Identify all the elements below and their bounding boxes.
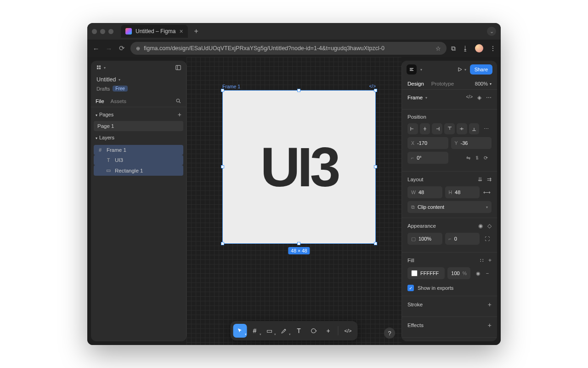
tab-prototype[interactable]: Prototype bbox=[431, 81, 454, 86]
present-button[interactable]: ▾ bbox=[457, 67, 466, 72]
traffic-min[interactable] bbox=[100, 29, 105, 34]
search-icon[interactable] bbox=[175, 98, 181, 104]
component-icon[interactable]: ◈ bbox=[477, 94, 481, 101]
frame-name-label[interactable]: Frame 1 bbox=[222, 84, 240, 89]
height-input[interactable]: H48 bbox=[445, 186, 480, 198]
y-input[interactable]: Y-36 bbox=[451, 137, 492, 149]
more-icon[interactable]: ⋯ bbox=[486, 94, 492, 101]
frame-type-selector[interactable]: Frame▾ bbox=[407, 95, 427, 100]
rotation-input[interactable]: ⌐0° bbox=[407, 152, 448, 164]
resize-handle-br[interactable] bbox=[374, 242, 377, 245]
align-bottom[interactable] bbox=[469, 123, 480, 134]
auto-layout-h-icon[interactable]: ⇉ bbox=[487, 176, 492, 183]
auto-layout-v-icon[interactable]: ⇊ bbox=[478, 176, 482, 183]
text-tool[interactable]: T bbox=[292, 324, 306, 338]
add-fill-icon[interactable]: + bbox=[488, 257, 492, 264]
resize-handle-b[interactable] bbox=[297, 242, 300, 245]
layer-rectangle[interactable]: ▭ Rectangle 1 bbox=[94, 165, 183, 176]
align-top[interactable] bbox=[444, 123, 455, 134]
url-text: figma.com/design/ESaUdUOqVTExjPRxaYSg5g/… bbox=[144, 45, 432, 52]
browser-menu-icon[interactable]: ⋮ bbox=[490, 45, 496, 52]
align-hcenter[interactable] bbox=[420, 123, 430, 134]
left-panel: ▾ Untitled ▾ Drafts Free File Assets bbox=[91, 61, 187, 341]
share-button[interactable]: Share bbox=[470, 64, 492, 75]
pen-tool[interactable]: ▾ bbox=[277, 324, 291, 338]
remove-fill-icon[interactable]: − bbox=[486, 270, 489, 276]
help-button[interactable]: ? bbox=[384, 328, 395, 339]
tab-design[interactable]: Design bbox=[407, 81, 424, 86]
comment-tool[interactable] bbox=[307, 324, 321, 338]
main-menu-button[interactable]: ▾ bbox=[96, 64, 106, 71]
show-in-exports-checkbox[interactable]: ✓ bbox=[407, 285, 414, 291]
fill-visibility-icon[interactable]: ◉ bbox=[476, 270, 481, 276]
panel-toggle-icon[interactable] bbox=[175, 64, 181, 71]
rotate-90-icon[interactable]: ⟳ bbox=[484, 155, 488, 161]
flip-v-icon[interactable]: ⥮ bbox=[475, 155, 479, 161]
nav-forward-icon[interactable]: → bbox=[105, 45, 113, 52]
resize-handle-tl[interactable] bbox=[221, 89, 224, 92]
chevron-down-icon[interactable]: ▾ bbox=[420, 68, 422, 72]
blend-icon[interactable]: ◇ bbox=[487, 223, 492, 229]
move-tool[interactable]: ▾ bbox=[233, 324, 247, 338]
resize-handle-l[interactable] bbox=[221, 165, 224, 168]
x-input[interactable]: X-170 bbox=[407, 137, 448, 149]
document-name[interactable]: Untitled ▾ bbox=[91, 75, 186, 85]
flip-h-icon[interactable]: ⇋ bbox=[466, 155, 470, 161]
frame-canvas-object[interactable]: UI3 48 × 48 bbox=[222, 90, 376, 244]
extensions-icon[interactable]: ⧉ bbox=[451, 45, 456, 52]
align-more[interactable]: ⋯ bbox=[481, 123, 492, 134]
visibility-icon[interactable]: ◉ bbox=[478, 223, 483, 229]
resize-handle-tr[interactable] bbox=[374, 89, 377, 92]
nav-back-icon[interactable]: ← bbox=[92, 45, 100, 52]
fill-styles-icon[interactable]: ∷ bbox=[480, 257, 484, 264]
layer-label: UI3 bbox=[115, 157, 123, 163]
bookmark-icon[interactable]: ☆ bbox=[435, 45, 441, 52]
constrain-icon[interactable]: ⟷ bbox=[482, 186, 492, 198]
new-tab-button[interactable]: + bbox=[192, 27, 201, 35]
add-stroke-icon[interactable]: + bbox=[488, 301, 492, 308]
zoom-control[interactable]: 800%▾ bbox=[475, 81, 492, 86]
align-left[interactable] bbox=[407, 123, 418, 134]
layers-section-label[interactable]: ▾Layers bbox=[96, 135, 114, 140]
tab-file[interactable]: File bbox=[96, 98, 104, 104]
code-icon[interactable]: </> bbox=[466, 94, 473, 101]
tab-close-icon[interactable]: × bbox=[179, 28, 183, 35]
profile-avatar[interactable] bbox=[475, 44, 483, 52]
nav-reload-icon[interactable]: ⟳ bbox=[118, 44, 126, 52]
frame-tool[interactable]: #▾ bbox=[248, 324, 262, 338]
actions-tool[interactable]: + bbox=[322, 324, 335, 338]
canvas[interactable]: Frame 1 </> UI3 48 × 48 ▾ bbox=[187, 57, 401, 345]
clip-content-select[interactable]: ⧉Clip content ▾ bbox=[407, 201, 492, 213]
traffic-close[interactable] bbox=[92, 29, 97, 34]
resize-handle-bl[interactable] bbox=[221, 242, 224, 245]
downloads-icon[interactable]: ⭳ bbox=[462, 45, 469, 52]
layer-frame[interactable]: # Frame 1 bbox=[94, 145, 183, 155]
fill-opacity-input[interactable]: 100% bbox=[447, 267, 470, 279]
dev-mode-toggle[interactable]: </> bbox=[341, 324, 355, 338]
resize-handle-t[interactable] bbox=[297, 89, 300, 92]
align-right[interactable] bbox=[432, 123, 442, 134]
traffic-max[interactable] bbox=[108, 29, 113, 34]
browser-tab[interactable]: Untitled – Figma × bbox=[121, 25, 188, 38]
resize-handle-r[interactable] bbox=[374, 165, 377, 168]
address-bar[interactable]: ⊕ figma.com/design/ESaUdUOqVTExjPRxaYSg5… bbox=[130, 42, 447, 55]
pages-section-label[interactable]: ▾Pages bbox=[96, 112, 113, 117]
layer-text[interactable]: T UI3 bbox=[94, 155, 183, 165]
app-logo[interactable] bbox=[407, 64, 417, 75]
add-page-button[interactable]: + bbox=[178, 111, 181, 118]
page-item[interactable]: Page 1 bbox=[94, 121, 183, 131]
align-vcenter[interactable] bbox=[457, 123, 467, 134]
shape-tool[interactable]: ▭▾ bbox=[263, 324, 277, 338]
tab-assets[interactable]: Assets bbox=[111, 98, 127, 104]
add-effect-icon[interactable]: + bbox=[488, 322, 492, 329]
text-icon: T bbox=[106, 157, 111, 163]
selected-frame[interactable]: Frame 1 </> UI3 48 × 48 bbox=[222, 84, 376, 244]
corner-radius-input[interactable]: ⌐0 bbox=[445, 233, 480, 245]
width-input[interactable]: W48 bbox=[407, 186, 442, 198]
independent-corners-icon[interactable]: ⛶ bbox=[482, 233, 492, 245]
drafts-label[interactable]: Drafts bbox=[96, 86, 110, 92]
tabs-dropdown-icon[interactable]: ⌄ bbox=[487, 27, 496, 36]
opacity-input[interactable]: ▢100% bbox=[407, 233, 442, 245]
fill-color-input[interactable]: FFFFFF bbox=[407, 267, 445, 279]
site-info-icon[interactable]: ⊕ bbox=[136, 46, 140, 52]
